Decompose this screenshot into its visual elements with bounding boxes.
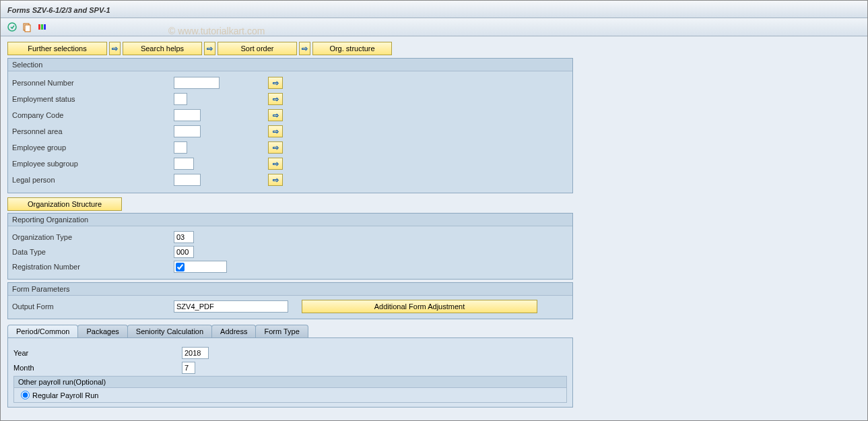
form-params-title: Form Parameters <box>8 283 572 296</box>
search-helps-arrow-button[interactable]: ⇨ <box>109 42 121 55</box>
employment-status-input[interactable] <box>174 93 187 105</box>
arrow-right-icon: ⇨ <box>273 79 279 88</box>
org-structure-arrow-button[interactable]: ⇨ <box>299 42 310 55</box>
tab-packages[interactable]: Packages <box>77 325 127 337</box>
arrow-right-icon: ⇨ <box>273 111 279 120</box>
data-type-input[interactable] <box>174 246 194 258</box>
arrow-right-icon: ⇨ <box>207 44 213 53</box>
org-structure-button[interactable]: Org. structure <box>312 42 392 55</box>
arrow-right-icon: ⇨ <box>273 95 279 104</box>
arrow-right-icon: ⇨ <box>273 127 279 136</box>
other-payroll-title: Other payroll run(Optional) <box>14 377 566 388</box>
variant-save-icon[interactable] <box>36 21 48 33</box>
svg-rect-5 <box>44 24 46 30</box>
month-input[interactable] <box>182 362 195 374</box>
org-type-label: Organization Type <box>12 233 174 241</box>
personnel-area-label: Personnel area <box>12 127 174 135</box>
svg-rect-2 <box>25 25 30 32</box>
reporting-org-groupbox: Reporting Organization Organization Type… <box>7 213 573 280</box>
personnel-number-multi-button[interactable]: ⇨ <box>268 77 283 89</box>
reg-number-checkbox[interactable] <box>176 263 185 271</box>
tab-period-common[interactable]: Period/Common <box>7 325 78 337</box>
svg-rect-4 <box>41 24 43 30</box>
regular-payroll-radio-label[interactable]: Regular Payroll Run <box>21 391 560 399</box>
arrow-right-icon: ⇨ <box>273 143 279 152</box>
tab-seniority[interactable]: Seniority Calculation <box>127 325 212 337</box>
arrow-right-icon: ⇨ <box>273 176 279 185</box>
arrow-right-icon: ⇨ <box>112 44 118 53</box>
svg-point-0 <box>8 23 16 31</box>
further-selections-button[interactable]: Further selections <box>7 42 107 55</box>
legal-person-label: Legal person <box>12 176 174 184</box>
variant-get-icon[interactable] <box>21 21 33 33</box>
app-toolbar <box>1 18 867 36</box>
reg-number-input[interactable] <box>185 262 225 271</box>
regular-payroll-radio[interactable] <box>21 391 30 399</box>
sort-order-arrow-button[interactable]: ⇨ <box>204 42 215 55</box>
employee-group-label: Employee group <box>12 143 174 152</box>
data-type-label: Data Type <box>12 248 174 256</box>
year-label: Year <box>13 349 182 357</box>
employment-status-multi-button[interactable]: ⇨ <box>268 93 283 105</box>
arrow-right-icon: ⇨ <box>302 44 308 53</box>
reporting-org-title: Reporting Organization <box>8 214 572 226</box>
reg-number-label: Registration Number <box>12 263 174 271</box>
personnel-area-multi-button[interactable]: ⇨ <box>268 125 283 137</box>
tab-container: Period/Common Packages Seniority Calcula… <box>7 325 573 408</box>
tab-strip: Period/Common Packages Seniority Calcula… <box>7 325 573 337</box>
search-helps-button[interactable]: Search helps <box>123 42 202 55</box>
company-code-label: Company Code <box>12 111 174 119</box>
sort-order-button[interactable]: Sort order <box>218 42 297 55</box>
employee-subgroup-multi-button[interactable]: ⇨ <box>268 158 283 170</box>
organization-structure-button[interactable]: Organization Structure <box>7 197 122 211</box>
personnel-number-input[interactable] <box>174 77 220 89</box>
tab-address[interactable]: Address <box>211 325 256 337</box>
employee-subgroup-label: Employee subgroup <box>12 160 174 168</box>
employee-group-input[interactable] <box>174 141 187 154</box>
tab-form-type[interactable]: Form Type <box>255 325 308 337</box>
content-area: Further selections ⇨ Search helps ⇨ Sort… <box>1 36 867 413</box>
form-params-groupbox: Form Parameters Output Form Additional F… <box>7 282 573 319</box>
page-title-bar: Forms SZV-6-1/2/3 and SPV-1 <box>1 1 867 18</box>
legal-person-multi-button[interactable]: ⇨ <box>268 174 283 186</box>
selection-groupbox: Selection Personnel Number ⇨ Employment … <box>7 58 573 193</box>
employee-subgroup-input[interactable] <box>174 158 194 170</box>
personnel-area-input[interactable] <box>174 125 201 137</box>
month-label: Month <box>13 364 182 372</box>
legal-person-input[interactable] <box>174 174 201 186</box>
tab-body: Year Month Other payroll run(Optional) R… <box>7 337 573 408</box>
output-form-input[interactable] <box>174 300 288 313</box>
arrow-right-icon: ⇨ <box>273 160 279 168</box>
company-code-multi-button[interactable]: ⇨ <box>268 109 283 121</box>
additional-form-adjustment-button[interactable]: Additional Form Adjustment <box>302 300 537 313</box>
selection-button-row: Further selections ⇨ Search helps ⇨ Sort… <box>7 42 861 55</box>
page-title: Forms SZV-6-1/2/3 and SPV-1 <box>7 6 110 14</box>
personnel-number-label: Personnel Number <box>12 79 174 87</box>
svg-rect-3 <box>38 24 40 30</box>
output-form-label: Output Form <box>12 302 174 311</box>
employment-status-label: Employment status <box>12 95 174 103</box>
other-payroll-groupbox: Other payroll run(Optional) Regular Payr… <box>13 376 567 403</box>
execute-icon[interactable] <box>6 21 18 33</box>
company-code-input[interactable] <box>174 109 201 121</box>
org-type-input[interactable] <box>174 231 194 243</box>
selection-groupbox-title: Selection <box>8 59 572 71</box>
year-input[interactable] <box>182 347 209 359</box>
employee-group-multi-button[interactable]: ⇨ <box>268 141 283 154</box>
